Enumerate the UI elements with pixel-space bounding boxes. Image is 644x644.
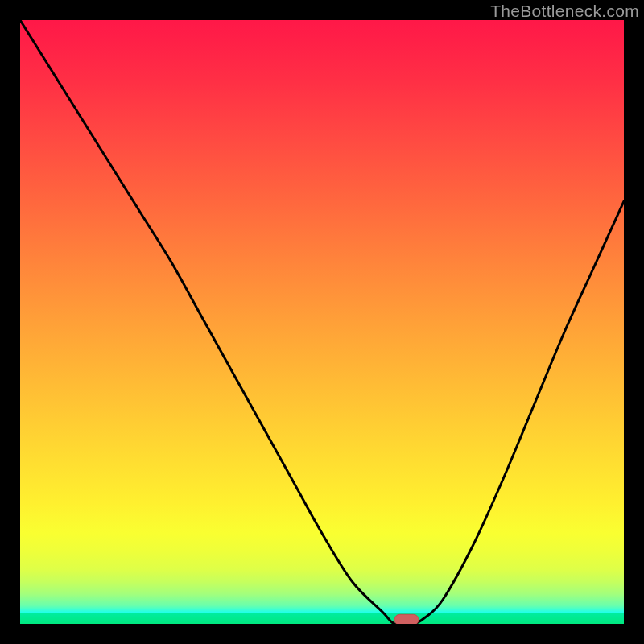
plot-area bbox=[20, 20, 624, 624]
bottleneck-curve-path bbox=[20, 20, 624, 624]
chart-svg bbox=[20, 20, 624, 624]
chart-frame: TheBottleneck.com bbox=[0, 0, 644, 644]
optimum-marker bbox=[394, 614, 419, 624]
watermark-text: TheBottleneck.com bbox=[490, 2, 639, 21]
